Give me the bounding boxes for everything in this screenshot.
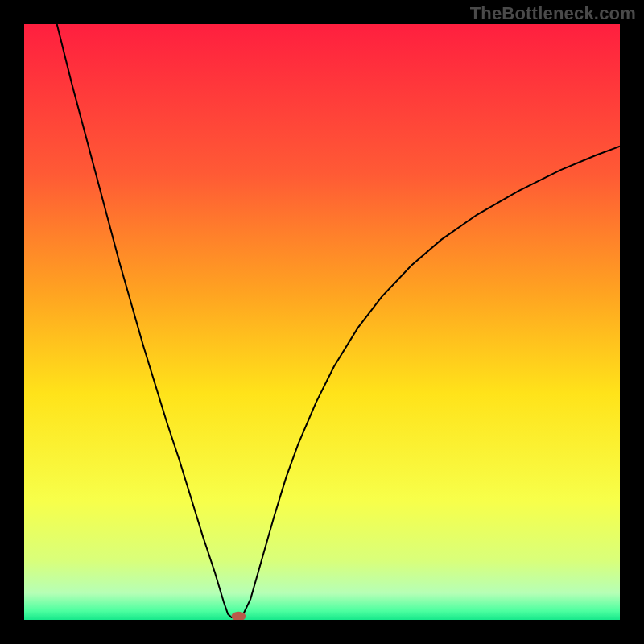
chart-frame: TheBottleneck.com bbox=[0, 0, 644, 644]
chart-svg bbox=[24, 24, 620, 620]
watermark-label: TheBottleneck.com bbox=[470, 3, 636, 24]
plot-background bbox=[24, 24, 620, 620]
plot-area bbox=[24, 24, 620, 620]
